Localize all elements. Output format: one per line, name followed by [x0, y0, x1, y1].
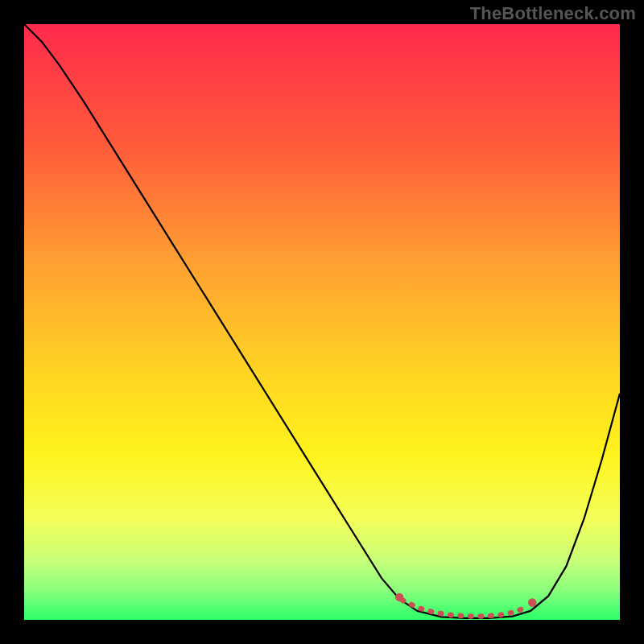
chart-wrapper: TheBottleneck.com: [0, 0, 644, 644]
optimal-endpoint-dot: [395, 593, 403, 601]
gradient-background: [24, 24, 620, 620]
chart-svg: [24, 24, 620, 620]
optimal-endpoint-dot: [528, 598, 536, 606]
plot-frame: [24, 24, 620, 620]
watermark-text: TheBottleneck.com: [470, 3, 636, 24]
